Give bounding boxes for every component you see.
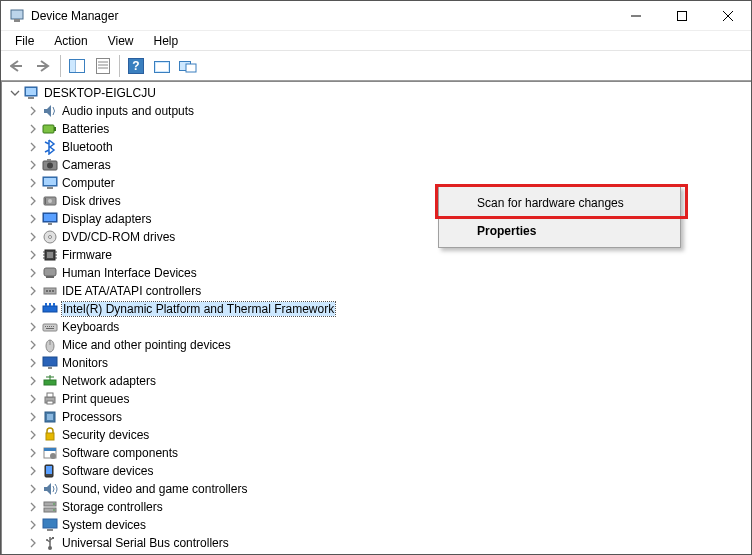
forward-arrow-icon: [36, 60, 52, 72]
back-arrow-icon: [10, 60, 26, 72]
expand-icon[interactable]: [26, 248, 40, 262]
display-icon: [42, 211, 58, 227]
hid-icon: [42, 265, 58, 281]
tree-node[interactable]: Firmware: [26, 246, 749, 264]
expand-icon[interactable]: [26, 518, 40, 532]
expand-icon[interactable]: [26, 194, 40, 208]
tree-node[interactable]: Universal Serial Bus controllers: [26, 534, 749, 552]
expand-icon[interactable]: [26, 284, 40, 298]
sound-icon: [42, 481, 58, 497]
tree-node[interactable]: Security devices: [26, 426, 749, 444]
tree-node-label: Cameras: [62, 158, 111, 172]
tree-node[interactable]: Software devices: [26, 462, 749, 480]
expand-icon[interactable]: [26, 266, 40, 280]
maximize-button[interactable]: [659, 1, 705, 31]
dvd-icon: [42, 229, 58, 245]
storage-icon: [42, 499, 58, 515]
monitor-icon: [42, 355, 58, 371]
tree-node[interactable]: Network adapters: [26, 372, 749, 390]
tree-node[interactable]: Monitors: [26, 354, 749, 372]
tree-node[interactable]: Bluetooth: [26, 138, 749, 156]
audio-icon: [42, 103, 58, 119]
context-properties[interactable]: Properties: [441, 217, 678, 245]
processor-icon: [42, 409, 58, 425]
tree-node-label: Processors: [62, 410, 122, 424]
context-scan-for-hardware[interactable]: Scan for hardware changes: [441, 189, 678, 217]
system-icon: [42, 517, 58, 533]
menu-action[interactable]: Action: [44, 32, 97, 50]
expand-icon[interactable]: [26, 176, 40, 190]
toolbar-properties-button[interactable]: [90, 54, 116, 78]
tree-node[interactable]: Sound, video and game controllers: [26, 480, 749, 498]
tree-node-label: Network adapters: [62, 374, 156, 388]
menu-help[interactable]: Help: [144, 32, 189, 50]
expand-icon[interactable]: [26, 500, 40, 514]
tree-node-label: Monitors: [62, 356, 108, 370]
expand-icon[interactable]: [26, 356, 40, 370]
tree-node-label: DVD/CD-ROM drives: [62, 230, 175, 244]
tree-node-label: IDE ATA/ATAPI controllers: [62, 284, 201, 298]
computer-icon: [42, 175, 58, 191]
mouse-icon: [42, 337, 58, 353]
minimize-button[interactable]: [613, 1, 659, 31]
tree-node-label: Software devices: [62, 464, 153, 478]
menu-file[interactable]: File: [5, 32, 44, 50]
tree-node[interactable]: Print queues: [26, 390, 749, 408]
window-title: Device Manager: [31, 9, 118, 23]
tree-node-label: Display adapters: [62, 212, 151, 226]
svg-rect-0: [11, 10, 23, 19]
expand-icon[interactable]: [26, 482, 40, 496]
collapse-icon[interactable]: [8, 86, 22, 100]
expand-icon[interactable]: [26, 320, 40, 334]
tree-node-label: Universal Serial Bus controllers: [62, 536, 229, 550]
expand-icon[interactable]: [26, 230, 40, 244]
expand-icon[interactable]: [26, 302, 40, 316]
devices-icon: [179, 59, 197, 73]
expand-icon[interactable]: [26, 122, 40, 136]
tree-node[interactable]: Cameras: [26, 156, 749, 174]
tree-node[interactable]: Storage controllers: [26, 498, 749, 516]
expand-icon[interactable]: [26, 428, 40, 442]
toolbar-help-button[interactable]: ?: [123, 54, 149, 78]
expand-icon[interactable]: [26, 212, 40, 226]
tree-node[interactable]: System devices: [26, 516, 749, 534]
expand-icon[interactable]: [26, 338, 40, 352]
expand-icon[interactable]: [26, 410, 40, 424]
svg-rect-16: [156, 63, 168, 71]
tree-node[interactable]: Processors: [26, 408, 749, 426]
device-tree-panel: DESKTOP-EIGLCJU Audio inputs and outputs…: [1, 81, 751, 554]
tree-node-label: Bluetooth: [62, 140, 113, 154]
close-button[interactable]: [705, 1, 751, 31]
expand-icon[interactable]: [26, 446, 40, 460]
tree-node-label: Computer: [62, 176, 115, 190]
expand-icon[interactable]: [26, 374, 40, 388]
tree-node[interactable]: Mice and other pointing devices: [26, 336, 749, 354]
expand-icon[interactable]: [26, 392, 40, 406]
expand-icon[interactable]: [26, 140, 40, 154]
tree-root-node[interactable]: DESKTOP-EIGLCJU: [8, 84, 749, 102]
expand-icon[interactable]: [26, 464, 40, 478]
tree-node[interactable]: Software components: [26, 444, 749, 462]
menu-view[interactable]: View: [98, 32, 144, 50]
expand-icon[interactable]: [26, 158, 40, 172]
expand-icon[interactable]: [26, 536, 40, 550]
toolbar-devices-button[interactable]: [175, 54, 201, 78]
tree-node[interactable]: Audio inputs and outputs: [26, 102, 749, 120]
toolbar-scan-button[interactable]: [149, 54, 175, 78]
toolbar-forward-button[interactable]: [31, 54, 57, 78]
tree-node[interactable]: Batteries: [26, 120, 749, 138]
battery-icon: [42, 121, 58, 137]
tree-node[interactable]: Intel(R) Dynamic Platform and Thermal Fr…: [26, 300, 749, 318]
tree-node[interactable]: IDE ATA/ATAPI controllers: [26, 282, 749, 300]
tree-node-label: Keyboards: [62, 320, 119, 334]
toolbar-showhide-button[interactable]: [64, 54, 90, 78]
toolbar: ?: [1, 51, 751, 81]
tree-node[interactable]: Keyboards: [26, 318, 749, 336]
toolbar-separator: [119, 55, 120, 77]
tree-node-label: Intel(R) Dynamic Platform and Thermal Fr…: [62, 302, 335, 316]
scan-icon: [154, 59, 170, 73]
tree-node[interactable]: Human Interface Devices: [26, 264, 749, 282]
toolbar-back-button[interactable]: [5, 54, 31, 78]
tree-node-label: Disk drives: [62, 194, 121, 208]
expand-icon[interactable]: [26, 104, 40, 118]
